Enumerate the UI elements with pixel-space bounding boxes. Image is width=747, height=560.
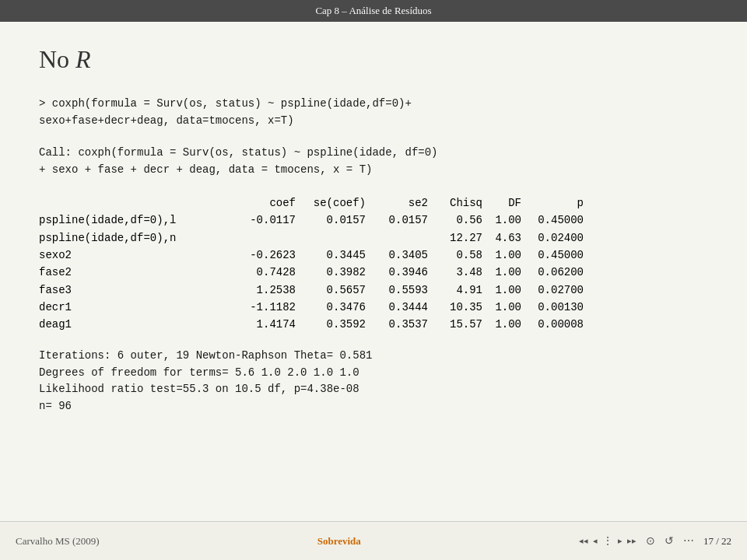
iterations-section: Iterations: 6 outer, 19 Newton-Raphson T… [39, 348, 708, 415]
nav-first-arrow[interactable]: ◂◂ [579, 536, 588, 546]
cell-se2: 0.3537 [366, 316, 428, 333]
cell-se2: 0.3444 [366, 299, 428, 316]
footer-center: Sobrevida [317, 535, 361, 548]
cell-df: 4.63 [482, 229, 521, 247]
col-header-secoef: se(coef) [296, 194, 366, 212]
cell-coef: -0.0117 [226, 212, 296, 229]
iter-line1: Iterations: 6 outer, 19 Newton-Raphson T… [39, 348, 708, 365]
cell-df: 1.00 [482, 212, 521, 229]
cell-name: pspline(idade,df=0),l [39, 212, 226, 229]
cell-chisq: 3.48 [428, 264, 482, 281]
cell-secoef: 0.3592 [296, 316, 366, 333]
cell-se2: 0.3946 [366, 264, 428, 281]
iter-line4: n= 96 [39, 398, 708, 415]
cell-secoef: 0.3476 [296, 299, 366, 316]
cell-chisq: 15.57 [428, 316, 482, 333]
cell-df: 1.00 [482, 282, 521, 299]
table-wrapper: coef se(coef) se2 Chisq DF p pspline(ida… [39, 194, 708, 334]
command-section: > coxph(formula = Surv(os, status) ~ psp… [39, 96, 708, 129]
cell-chisq: 4.91 [428, 282, 482, 299]
nav-prev-arrow[interactable]: ◂ [593, 536, 598, 546]
footer-right: ◂◂ ◂ ⋮ ▸ ▸▸ ⊙ ↺ ⋯ 17 / 22 [579, 534, 731, 548]
cell-coef: -0.2623 [226, 247, 296, 264]
call-line1: Call: coxph(formula = Surv(os, status) ~… [39, 145, 708, 162]
table-header-row: coef se(coef) se2 Chisq DF p [39, 194, 708, 212]
search-icon[interactable]: ⊙ [646, 534, 655, 548]
col-header-se2: se2 [366, 194, 428, 212]
cell-se2: 0.5593 [366, 282, 428, 299]
iter-line3: Likelihood ratio test=55.3 on 10.5 df, p… [39, 381, 708, 398]
cell-p: 0.02700 [521, 282, 584, 299]
col-header-coef: coef [226, 194, 296, 212]
table-row: decr1 -1.1182 0.3476 0.3444 10.35 1.00 0… [39, 299, 708, 316]
page-number: 17 / 22 [703, 535, 731, 548]
cell-name: pspline(idade,df=0),n [39, 229, 226, 247]
nav-controls: ◂◂ ◂ ⋮ ▸ ▸▸ [579, 534, 637, 548]
cell-secoef: 0.3982 [296, 264, 366, 281]
cell-df: 1.00 [482, 299, 521, 316]
cell-coef: 1.2538 [226, 282, 296, 299]
cell-secoef: 0.0157 [296, 212, 366, 229]
col-header-p: p [521, 194, 584, 212]
main-content: No R > coxph(formula = Surv(os, status) … [0, 22, 747, 521]
top-bar-title: Cap 8 – Análise de Resíduos [315, 5, 431, 17]
cell-name: fase2 [39, 264, 226, 281]
table-row: sexo2 -0.2623 0.3445 0.3405 0.58 1.00 0.… [39, 247, 708, 264]
command-line2: sexo+fase+decr+deag, data=tmocens, x=T) [39, 113, 708, 130]
refresh-icon[interactable]: ↺ [665, 534, 674, 548]
cell-chisq: 12.27 [428, 229, 482, 247]
cell-chisq: 0.58 [428, 247, 482, 264]
col-header-df: DF [482, 194, 521, 212]
footer-bar: Carvalho MS (2009) Sobrevida ◂◂ ◂ ⋮ ▸ ▸▸… [0, 521, 747, 560]
cell-p: 0.02400 [521, 229, 584, 247]
nav-dots: ⋮ [602, 534, 613, 548]
col-header-chisq: Chisq [428, 194, 482, 212]
table-row: pspline(idade,df=0),l -0.0117 0.0157 0.0… [39, 212, 708, 229]
cell-se2: 0.0157 [366, 212, 428, 229]
cell-chisq: 0.56 [428, 212, 482, 229]
cell-name: deag1 [39, 316, 226, 333]
cell-secoef: 0.3445 [296, 247, 366, 264]
nav-last-arrow[interactable]: ▸▸ [627, 536, 637, 546]
cell-p: 0.00130 [521, 299, 584, 316]
table-row: deag1 1.4174 0.3592 0.3537 15.57 1.00 0.… [39, 316, 708, 333]
cell-se2 [366, 229, 428, 247]
cell-name: fase3 [39, 282, 226, 299]
cell-df: 1.00 [482, 316, 521, 333]
page-title-area: No R [39, 45, 708, 74]
iter-line2: Degrees of freedom for terms= 5.6 1.0 2.… [39, 365, 708, 382]
page-title: No R [39, 45, 91, 73]
table-row: fase2 0.7428 0.3982 0.3946 3.48 1.00 0.0… [39, 264, 708, 281]
cell-df: 1.00 [482, 264, 521, 281]
cell-df: 1.00 [482, 247, 521, 264]
nav-next-arrow[interactable]: ▸ [618, 536, 622, 546]
cell-p: 0.06200 [521, 264, 584, 281]
top-bar: Cap 8 – Análise de Resíduos [0, 0, 747, 22]
cell-p: 0.45000 [521, 247, 584, 264]
call-line2: + sexo + fase + decr + deag, data = tmoc… [39, 162, 708, 179]
cell-coef: 1.4174 [226, 316, 296, 333]
cell-coef: 0.7428 [226, 264, 296, 281]
cell-name: decr1 [39, 299, 226, 316]
table-section: coef se(coef) se2 Chisq DF p pspline(ida… [39, 194, 708, 334]
cell-p: 0.45000 [521, 212, 584, 229]
command-line1: > coxph(formula = Surv(os, status) ~ psp… [39, 96, 708, 113]
table-row: pspline(idade,df=0),n 12.27 4.63 0.02400 [39, 229, 708, 247]
cell-secoef [296, 229, 366, 247]
cell-se2: 0.3405 [366, 247, 428, 264]
call-section: Call: coxph(formula = Surv(os, status) ~… [39, 145, 708, 178]
footer-left: Carvalho MS (2009) [16, 535, 100, 548]
col-header-name [39, 194, 226, 212]
table-rows-container: pspline(idade,df=0),l -0.0117 0.0157 0.0… [39, 212, 708, 334]
cell-name: sexo2 [39, 247, 226, 264]
more-icon: ⋯ [683, 534, 694, 548]
cell-secoef: 0.5657 [296, 282, 366, 299]
table-row: fase3 1.2538 0.5657 0.5593 4.91 1.00 0.0… [39, 282, 708, 299]
cell-coef: -1.1182 [226, 299, 296, 316]
cell-coef [226, 229, 296, 247]
cell-chisq: 10.35 [428, 299, 482, 316]
cell-p: 0.00008 [521, 316, 584, 333]
